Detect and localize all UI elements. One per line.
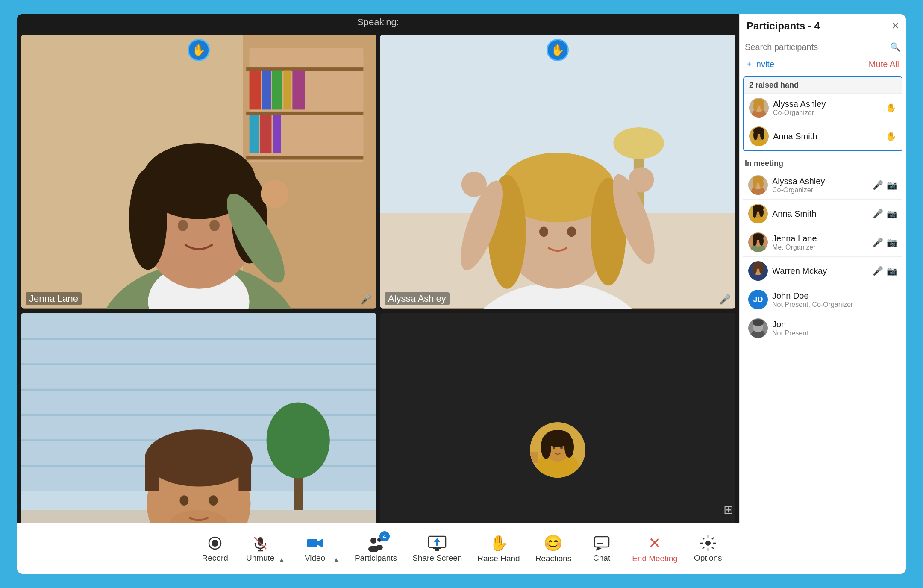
- end-meeting-button[interactable]: ✕ End Meeting: [632, 534, 678, 563]
- svg-point-39: [567, 227, 576, 237]
- svg-point-63: [145, 430, 253, 487]
- jenna-video: [21, 35, 376, 309]
- svg-point-117: [753, 319, 764, 326]
- video-group: Video ▲: [300, 535, 339, 563]
- svg-rect-7: [250, 71, 261, 110]
- john-im-role: Not Present, Co-Organizer: [772, 301, 893, 309]
- jon-im-name: Jon: [772, 320, 893, 329]
- mute-all-button[interactable]: Mute All: [869, 59, 899, 69]
- reactions-button[interactable]: 😊 Reactions: [535, 534, 572, 563]
- close-icon[interactable]: ✕: [891, 21, 899, 32]
- alyssa-mic-icon: 🎤: [719, 294, 731, 305]
- panel-header: Participants - 4 ✕: [740, 14, 906, 38]
- toolbar: Record Unmute ▲: [17, 523, 906, 574]
- svg-point-88: [753, 130, 758, 140]
- options-label: Options: [694, 553, 722, 563]
- im-item-warren[interactable]: Warren Mckay 🎤 📷: [743, 256, 902, 285]
- alyssa-video: [380, 35, 735, 309]
- svg-point-95: [759, 179, 764, 188]
- im-item-john[interactable]: JD John Doe Not Present, Co-Organizer: [743, 285, 902, 314]
- search-input[interactable]: [745, 42, 887, 52]
- svg-rect-12: [250, 115, 259, 153]
- svg-point-82: [753, 102, 758, 111]
- unmute-caret[interactable]: ▲: [279, 556, 285, 563]
- participants-panel: Participants - 4 ✕ 🔍 + Invite Mute All 2…: [739, 14, 906, 523]
- svg-point-43: [629, 167, 654, 192]
- im-item-jon[interactable]: Jon Not Present: [743, 314, 902, 342]
- participants-button[interactable]: 4 Participants: [355, 535, 397, 563]
- svg-point-38: [539, 227, 548, 237]
- unmute-label: Unmute: [246, 553, 275, 563]
- svg-rect-13: [260, 115, 272, 153]
- grid-layout-icon[interactable]: ⊞: [723, 503, 733, 517]
- svg-point-100: [753, 207, 757, 218]
- record-icon: [206, 535, 223, 552]
- mic-icon: 🎤: [873, 237, 883, 247]
- john-im-name: John Doe: [772, 291, 893, 301]
- video-cell-jenna: ✋ Jenna Lane 🎤: [21, 35, 376, 309]
- video-button[interactable]: Video: [300, 535, 330, 563]
- alyssa-im-role: Co-Organizer: [772, 186, 868, 194]
- video-icon: 📷: [887, 266, 897, 276]
- anna-im-info: Anna Smith: [772, 209, 868, 219]
- jenna-label: Jenna Lane: [26, 292, 82, 305]
- svg-point-112: [753, 265, 757, 274]
- im-item-jenna[interactable]: Jenna Lane Me, Organizer 🎤 📷: [743, 228, 902, 256]
- record-label: Record: [202, 553, 228, 563]
- svg-point-75: [564, 436, 574, 458]
- jenna-im-icons: 🎤 📷: [873, 237, 897, 247]
- svg-rect-134: [594, 537, 609, 547]
- svg-point-89: [760, 130, 764, 140]
- alyssa-hand-icon: ✋: [886, 103, 897, 113]
- chat-button[interactable]: Chat: [587, 535, 617, 563]
- svg-point-106: [753, 236, 757, 246]
- video-icon: 📷: [887, 180, 897, 190]
- svg-point-107: [759, 236, 764, 246]
- unmute-button[interactable]: Unmute: [245, 535, 275, 563]
- im-item-anna[interactable]: Anna Smith 🎤 📷: [743, 199, 902, 228]
- svg-point-76: [553, 447, 555, 449]
- raise-hand-label: Raise Hand: [477, 554, 520, 563]
- raise-hand-button[interactable]: ✋ Raise Hand: [477, 534, 520, 563]
- alyssa-rh-role: Co-Organizer: [773, 109, 882, 117]
- svg-rect-9: [272, 71, 282, 110]
- raised-hand-item-alyssa[interactable]: Alyssa Ashley Co-Organizer ✋: [744, 93, 902, 122]
- invite-button[interactable]: + Invite: [747, 59, 774, 69]
- svg-point-74: [541, 435, 551, 459]
- mic-icon: 🎤: [873, 209, 883, 219]
- svg-rect-124: [307, 539, 317, 547]
- svg-point-101: [759, 208, 764, 217]
- video-cell-alyssa: ✋ Alyssa Ashley 🎤: [380, 35, 735, 309]
- video-grid: ✋ Jenna Lane 🎤: [17, 30, 739, 523]
- raised-hand-item-anna[interactable]: Anna Smith ✋: [744, 122, 902, 150]
- im-item-alyssa[interactable]: Alyssa Ashley Co-Organizer 🎤 📷: [743, 171, 902, 199]
- in-meeting-header: In meeting: [743, 155, 902, 171]
- video-icon: 📷: [887, 237, 897, 247]
- svg-marker-135: [596, 547, 602, 551]
- video-cell-warren: Warren Mckay 🎤: [21, 313, 376, 523]
- jon-im-role: Not Present: [772, 329, 893, 337]
- main-area: Speaking:: [17, 14, 906, 523]
- options-button[interactable]: Options: [693, 535, 723, 563]
- share-screen-button[interactable]: Share Screen: [412, 535, 462, 563]
- svg-rect-6: [246, 156, 363, 160]
- svg-point-25: [261, 180, 288, 208]
- share-screen-label: Share Screen: [412, 553, 462, 563]
- svg-rect-64: [145, 459, 159, 491]
- svg-point-94: [753, 179, 757, 188]
- video-caret[interactable]: ▲: [333, 556, 339, 563]
- anna-rh-avatar: [749, 126, 769, 146]
- svg-point-23: [209, 220, 220, 231]
- alyssa-label: Alyssa Ashley: [385, 292, 450, 305]
- jenna-mic-icon: 🎤: [360, 294, 372, 305]
- svg-point-42: [462, 172, 487, 197]
- record-button[interactable]: Record: [200, 535, 230, 563]
- alyssa-im-name: Alyssa Ashley: [772, 176, 868, 186]
- video-icon: 📷: [887, 209, 897, 219]
- svg-rect-65: [238, 459, 251, 491]
- speaking-bar: Speaking:: [17, 14, 739, 30]
- svg-rect-10: [284, 71, 291, 110]
- chat-label: Chat: [593, 553, 610, 563]
- panel-title: Participants - 4: [747, 20, 820, 32]
- mic-icon: 🎤: [873, 266, 883, 276]
